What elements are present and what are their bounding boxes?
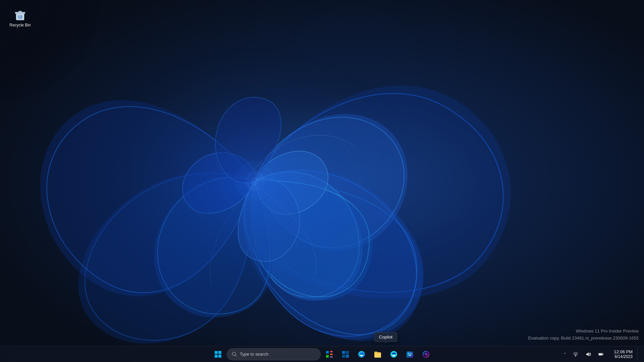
svg-rect-27 [346,355,349,358]
svg-rect-13 [215,351,218,354]
wifi-icon [573,352,578,357]
svg-point-31 [575,356,576,356]
svg-rect-34 [599,354,602,355]
svg-rect-22 [326,355,329,358]
file-explorer-icon [374,350,382,358]
speaker-icon [586,352,591,357]
svg-rect-19 [326,351,329,354]
store-icon [406,350,414,358]
svg-rect-25 [346,351,349,354]
search-bar[interactable]: Type to search [227,348,321,360]
wallpaper [0,0,644,362]
show-desktop-button[interactable] [637,348,640,361]
battery-tray-icon[interactable] [596,348,606,360]
taskmanager-icon [341,350,350,358]
edge-icon-2 [390,350,398,358]
svg-point-30 [425,353,427,355]
taskbar-right: ⌃ [561,348,640,361]
recycle-bin-image: ♻ [13,8,27,21]
network-tray-icon[interactable] [570,348,581,360]
svg-point-4 [87,47,423,315]
chevron-up-icon: ⌃ [564,352,566,356]
edge-icon [358,350,366,358]
copilot-icon [422,350,430,358]
svg-rect-24 [342,351,345,354]
svg-rect-16 [218,355,221,358]
recycle-bin-label: Recycle Bin [9,23,31,28]
taskbar-center: Type to search [211,348,433,361]
watermark: Windows 11 Pro Insider Preview Evaluatio… [528,328,639,342]
watermark-line2: Evaluation copy. Build 23481.ni_prerelea… [528,335,639,342]
svg-rect-0 [0,0,644,362]
edge-button[interactable] [354,348,369,361]
svg-rect-28 [407,353,413,358]
svg-rect-26 [342,355,345,358]
widgets-button[interactable] [322,348,337,361]
store-button[interactable] [402,348,417,361]
desktop: ♻ Recycle Bin Copilot Windows 11 Pro Ins… [0,0,644,362]
desktop-icons-area: ♻ Recycle Bin [7,7,34,29]
battery-icon [598,352,604,357]
svg-rect-20 [330,351,333,352]
speaker-tray-icon[interactable] [583,348,594,360]
svg-rect-33 [603,354,603,355]
file-explorer-button[interactable] [370,348,385,361]
svg-line-18 [235,355,237,356]
svg-rect-15 [215,355,218,358]
edge-button-2[interactable] [386,348,401,361]
svg-rect-8 [18,11,22,12]
taskbar: Type to search [0,346,644,362]
svg-text:♻: ♻ [19,15,22,18]
svg-point-3 [251,177,259,185]
clock-date: 6/14/2023 [615,354,633,359]
tray-chevron-button[interactable]: ⌃ [561,348,568,360]
watermark-line1: Windows 11 Pro Insider Preview [528,328,639,335]
copilot-button[interactable] [419,348,433,361]
svg-rect-14 [218,351,221,354]
svg-rect-23 [330,356,333,358]
start-icon [214,351,222,358]
svg-point-2 [245,171,265,191]
copilot-tooltip: Copilot [374,332,397,342]
search-icon [232,352,237,357]
svg-rect-21 [330,354,333,355]
svg-point-1 [235,161,275,201]
taskmanager-button[interactable] [338,348,353,361]
recycle-bin-icon[interactable]: ♻ Recycle Bin [7,7,34,29]
widgets-icon [325,350,333,358]
clock-time: 12:06 PM [614,349,633,354]
start-button[interactable] [211,348,225,361]
search-placeholder-text: Type to search [240,352,268,357]
clock-area[interactable]: 12:06 PM 6/14/2023 [608,349,635,360]
